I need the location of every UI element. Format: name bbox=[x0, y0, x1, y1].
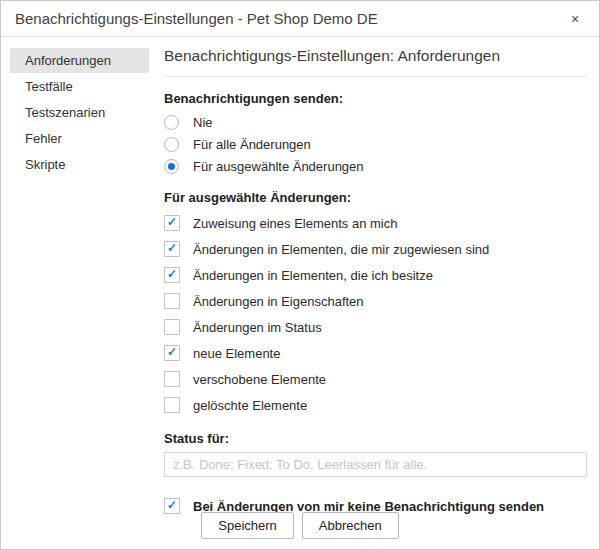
main-content: Benachrichtigungs-Einstellungen: Anforde… bbox=[156, 37, 599, 549]
close-icon[interactable]: × bbox=[565, 9, 585, 29]
checkbox-geloeschte-elemente[interactable]: ✓ gelöschte Elemente bbox=[164, 392, 587, 418]
checkbox-verschobene-elemente[interactable]: ✓ verschobene Elemente bbox=[164, 366, 587, 392]
checkbox-label: Änderungen in Elementen, die mir zugewie… bbox=[193, 242, 489, 257]
checkbox-icon[interactable]: ✓ bbox=[164, 215, 180, 231]
checkbox-icon[interactable]: ✓ bbox=[164, 371, 180, 387]
checkbox-status[interactable]: ✓ Änderungen im Status bbox=[164, 314, 587, 340]
radio-label: Nie bbox=[193, 115, 213, 130]
radio-icon[interactable] bbox=[164, 115, 179, 130]
checkbox-icon[interactable]: ✓ bbox=[164, 397, 180, 413]
checkbox-label: Änderungen in Eigenschaften bbox=[193, 294, 364, 309]
save-button[interactable]: Speichern bbox=[201, 512, 294, 539]
checkbox-neue-elemente[interactable]: ✓ neue Elemente bbox=[164, 340, 587, 366]
checkbox-ich-besitze[interactable]: ✓ Änderungen in Elementen, die ich besit… bbox=[164, 262, 587, 288]
checkbox-icon[interactable]: ✓ bbox=[164, 267, 180, 283]
radio-label: Für alle Änderungen bbox=[193, 137, 311, 152]
radio-icon[interactable] bbox=[164, 137, 179, 152]
radio-option-ausgewaehlte-aenderungen[interactable]: Für ausgewählte Änderungen bbox=[164, 155, 587, 177]
radio-option-alle-aenderungen[interactable]: Für alle Änderungen bbox=[164, 133, 587, 155]
checkbox-mir-zugewiesen[interactable]: ✓ Änderungen in Elementen, die mir zugew… bbox=[164, 236, 587, 262]
radio-label: Für ausgewählte Änderungen bbox=[193, 159, 364, 174]
dialog-title: Benachrichtigungs-Einstellungen - Pet Sh… bbox=[15, 10, 378, 27]
page-title: Benachrichtigungs-Einstellungen: Anforde… bbox=[164, 45, 587, 77]
sidebar-item-label: Testfälle bbox=[25, 79, 73, 94]
checkbox-label: Änderungen im Status bbox=[193, 320, 322, 335]
checkmark-icon: ✓ bbox=[167, 268, 177, 280]
changes-section-label: Für ausgewählte Änderungen: bbox=[164, 190, 587, 205]
send-section-label: Benachrichtigungen senden: bbox=[164, 91, 587, 106]
checkbox-icon[interactable]: ✓ bbox=[164, 241, 180, 257]
checkmark-icon: ✓ bbox=[167, 499, 177, 511]
sidebar-item-skripte[interactable]: Skripte bbox=[10, 152, 149, 177]
sidebar-item-label: Testszenarien bbox=[25, 105, 105, 120]
checkbox-label: Änderungen in Elementen, die ich besitze bbox=[193, 268, 433, 283]
radio-icon[interactable] bbox=[164, 159, 179, 174]
checkbox-label: Zuweisung eines Elements an mich bbox=[193, 216, 398, 231]
checkbox-icon[interactable]: ✓ bbox=[164, 345, 180, 361]
cancel-button[interactable]: Abbrechen bbox=[302, 512, 399, 539]
dialog-footer: Speichern Abbrechen bbox=[1, 512, 599, 539]
sidebar-item-fehler[interactable]: Fehler bbox=[10, 126, 149, 151]
checkbox-icon[interactable]: ✓ bbox=[164, 319, 180, 335]
sidebar-item-testfaelle[interactable]: Testfälle bbox=[10, 74, 149, 99]
sidebar-item-testszenarien[interactable]: Testszenarien bbox=[10, 100, 149, 125]
checkbox-zuweisung-an-mich[interactable]: ✓ Zuweisung eines Elements an mich bbox=[164, 210, 587, 236]
sidebar-item-label: Anforderungen bbox=[25, 53, 111, 68]
notification-settings-dialog: Benachrichtigungs-Einstellungen - Pet Sh… bbox=[0, 0, 600, 550]
status-input[interactable] bbox=[164, 452, 587, 477]
sidebar-item-anforderungen[interactable]: Anforderungen bbox=[10, 48, 149, 73]
sidebar: Anforderungen Testfälle Testszenarien Fe… bbox=[1, 37, 156, 549]
checkbox-label: gelöschte Elemente bbox=[193, 398, 307, 413]
status-section-label: Status für: bbox=[164, 431, 587, 446]
checkmark-icon: ✓ bbox=[167, 242, 177, 254]
dialog-titlebar: Benachrichtigungs-Einstellungen - Pet Sh… bbox=[1, 1, 599, 37]
checkbox-label: neue Elemente bbox=[193, 346, 280, 361]
sidebar-item-label: Fehler bbox=[25, 131, 62, 146]
checkbox-eigenschaften[interactable]: ✓ Änderungen in Eigenschaften bbox=[164, 288, 587, 314]
dialog-body: Anforderungen Testfälle Testszenarien Fe… bbox=[1, 37, 599, 549]
checkbox-icon[interactable]: ✓ bbox=[164, 293, 180, 309]
checkmark-icon: ✓ bbox=[167, 346, 177, 358]
radio-option-nie[interactable]: Nie bbox=[164, 111, 587, 133]
sidebar-item-label: Skripte bbox=[25, 157, 65, 172]
checkmark-icon: ✓ bbox=[167, 216, 177, 228]
checkbox-label: verschobene Elemente bbox=[193, 372, 326, 387]
